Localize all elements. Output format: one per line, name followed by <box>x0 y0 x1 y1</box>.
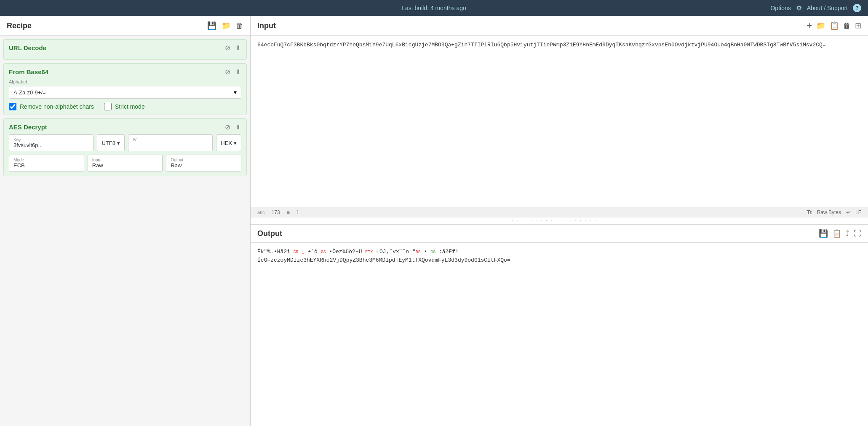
op-aes-decrypt: AES Decrypt ⊘ ⏸ Key 3fvsuvlt6p... UTF8 ▾ <box>3 118 247 176</box>
output-copy-icon[interactable]: 📋 <box>832 229 841 238</box>
input-header-icons: + 📁 📋 🗑 ⊞ <box>807 20 861 31</box>
output-title: Output <box>257 229 819 238</box>
output-content: Êk"%.•Hã2î CR _ ±°ô GS •Õez¾üö?÷Ü ETX LO… <box>251 243 868 426</box>
strict-mode-checkbox[interactable] <box>104 103 112 110</box>
key-encoding-chevron: ▾ <box>117 140 120 146</box>
abc-icon: abc <box>257 210 265 215</box>
input-text: 64ecoFuQ7cF3BKbBks0bqtdzrYP7heQbsM1Y9e7U… <box>257 42 826 48</box>
top-bar-right: Options ⚙ About / Support ? <box>770 4 861 12</box>
mode-row: Mode ECB Input Raw Output Raw <box>9 155 241 171</box>
op-from-base64: From Base64 ⊘ ⏸ Alphabet A-Za-z0-9+/= ▾ <box>3 63 247 115</box>
enter-icon: ↵ <box>846 209 850 215</box>
alphabet-value: A-Za-z0-9+/= <box>13 89 46 96</box>
url-decode-pause-icon[interactable]: ⏸ <box>235 44 241 52</box>
options-link[interactable]: Options <box>770 5 791 11</box>
input-title: Input <box>257 21 807 30</box>
gear-icon[interactable]: ⚙ <box>796 4 802 12</box>
alphabet-label: Alphabet <box>9 79 241 84</box>
output-save-icon[interactable]: 💾 <box>819 229 828 238</box>
input-section: Input + 📁 📋 🗑 ⊞ 64ecoFuQ7cF3BKbBks0bqtdz… <box>251 16 868 217</box>
input-layout-icon[interactable]: ⊞ <box>855 21 861 30</box>
alphabet-dropdown[interactable]: A-Za-z0-9+/= ▾ <box>9 86 241 99</box>
lf-label[interactable]: LF <box>855 209 861 215</box>
key-field: Key 3fvsuvlt6p... <box>9 134 93 151</box>
io-panel: Input + 📁 📋 🗑 ⊞ 64ecoFuQ7cF3BKbBks0bqtdz… <box>251 16 868 426</box>
char-count: 173 <box>272 209 280 215</box>
chevron-down-icon: ▾ <box>234 89 237 96</box>
aes-decrypt-pause-icon[interactable]: ⏸ <box>235 123 241 131</box>
input-cell-label: Input <box>92 158 158 162</box>
from-base64-disable-icon[interactable]: ⊘ <box>225 68 230 76</box>
url-decode-disable-icon[interactable]: ⊘ <box>225 44 230 52</box>
op-url-decode-header: URL Decode ⊘ ⏸ <box>9 44 241 52</box>
underscore-label: _ <box>302 250 304 255</box>
input-cell-value: Raw <box>92 162 158 169</box>
op-aes-decrypt-icons: ⊘ ⏸ <box>225 123 241 131</box>
op-from-base64-title: From Base64 <box>9 68 225 75</box>
checkbox-row: Remove non-alphabet chars Strict mode <box>9 103 241 110</box>
key-row: Key 3fvsuvlt6p... UTF8 ▾ IV HEX ▾ <box>9 134 241 151</box>
key-encoding-dropdown[interactable]: UTF8 ▾ <box>97 134 125 151</box>
op-url-decode-icons: ⊘ ⏸ <box>225 44 241 52</box>
recipe-panel: Recipe 💾 📁 🗑 URL Decode ⊘ ⏸ <box>0 16 251 426</box>
statusbar-right: Tt Raw Bytes ↵ LF <box>807 209 861 215</box>
iv-encoding-dropdown[interactable]: HEX ▾ <box>216 134 241 151</box>
remove-nonalpha-label: Remove non-alphabet chars <box>20 103 94 110</box>
input-open-icon[interactable]: 📁 <box>816 21 825 30</box>
output-section: Output 💾 📋 ⤴ ⛶ Êk"%.•Hã2î CR _ ±°ô GS •Õ… <box>251 224 868 426</box>
help-icon[interactable]: ? <box>853 4 861 12</box>
main-layout: Recipe 💾 📁 🗑 URL Decode ⊘ ⏸ <box>0 16 868 426</box>
op-from-base64-header: From Base64 ⊘ ⏸ <box>9 68 241 76</box>
open-recipe-button[interactable]: 📁 <box>222 21 231 30</box>
output-maximize-icon[interactable]: ⤴ <box>846 229 849 238</box>
bs-label: BS <box>416 250 421 255</box>
op-url-decode-title: URL Decode <box>9 44 225 51</box>
mode-cell-label: Mode <box>13 158 80 162</box>
etx-label: ETX <box>365 250 373 255</box>
aes-decrypt-disable-icon[interactable]: ⊘ <box>225 123 230 131</box>
strict-mode-label: Strict mode <box>115 103 145 110</box>
save-recipe-button[interactable]: 💾 <box>207 21 216 30</box>
iv-encoding-chevron: ▾ <box>234 140 237 146</box>
strict-mode-checkbox-item[interactable]: Strict mode <box>104 103 145 110</box>
output-header: Output 💾 📋 ⤴ ⛶ <box>251 225 868 243</box>
output-header-icons: 💾 📋 ⤴ ⛶ <box>819 229 861 238</box>
output-cell[interactable]: Output Raw <box>166 155 241 171</box>
from-base64-pause-icon[interactable]: ⏸ <box>235 68 241 76</box>
remove-nonalpha-checkbox[interactable] <box>9 103 16 110</box>
input-paste-icon[interactable]: 📋 <box>830 21 839 30</box>
mode-cell[interactable]: Mode ECB <box>9 155 84 171</box>
recipe-operations: URL Decode ⊘ ⏸ From Base64 ⊘ ⏸ <box>0 36 250 180</box>
input-cell[interactable]: Input Raw <box>88 155 163 171</box>
remove-nonalpha-checkbox-item[interactable]: Remove non-alphabet chars <box>9 103 94 110</box>
input-content[interactable]: 64ecoFuQ7cF3BKbBks0bqtdzrYP7heQbsM1Y9e7U… <box>251 36 868 207</box>
op-aes-decrypt-title: AES Decrypt <box>9 123 225 131</box>
output-line2: ÍcGFzczoyMDIzc3hEYXRhc2VjDQpyZ3Bhc3M6MDl… <box>257 256 861 265</box>
output-fullscreen-icon[interactable]: ⛶ <box>854 229 861 238</box>
build-status: Last build: 4 months ago <box>402 5 466 11</box>
input-header: Input + 📁 📋 🗑 ⊞ <box>251 16 868 36</box>
gs-label1: GS <box>321 250 326 255</box>
key-encoding-value: UTF8 <box>101 140 115 146</box>
line-separator-icon: ≡ <box>287 209 290 215</box>
input-add-icon[interactable]: + <box>807 20 812 31</box>
recipe-header-icons: 💾 📁 🗑 <box>207 21 243 30</box>
about-support-link[interactable]: About / Support <box>807 5 848 11</box>
cr-label: CR <box>294 250 299 255</box>
output-line1: Êk"%.•Hã2î CR _ ±°ô GS •Õez¾üö?÷Ü ETX LO… <box>257 248 861 256</box>
io-divider: · · · · · · · · · · · · · · · · · · · · <box>251 217 868 224</box>
op-from-base64-icons: ⊘ ⏸ <box>225 68 241 76</box>
key-field-value[interactable]: 3fvsuvlt6p... <box>13 142 89 148</box>
key-field-label: Key <box>13 137 89 142</box>
top-bar: Last build: 4 months ago Options ⚙ About… <box>0 0 868 16</box>
input-clear-icon[interactable]: 🗑 <box>843 21 851 30</box>
output-cell-value: Raw <box>171 162 237 169</box>
line-count: 1 <box>296 209 299 215</box>
iv-field-label: IV <box>133 137 208 142</box>
recipe-header: Recipe 💾 📁 🗑 <box>0 16 250 36</box>
mode-cell-value: ECB <box>13 162 80 169</box>
delete-recipe-button[interactable]: 🗑 <box>236 21 243 30</box>
iv-encoding-value: HEX <box>221 140 232 146</box>
op-aes-decrypt-header: AES Decrypt ⊘ ⏸ <box>9 123 241 131</box>
raw-bytes-label[interactable]: Raw Bytes <box>817 209 841 215</box>
